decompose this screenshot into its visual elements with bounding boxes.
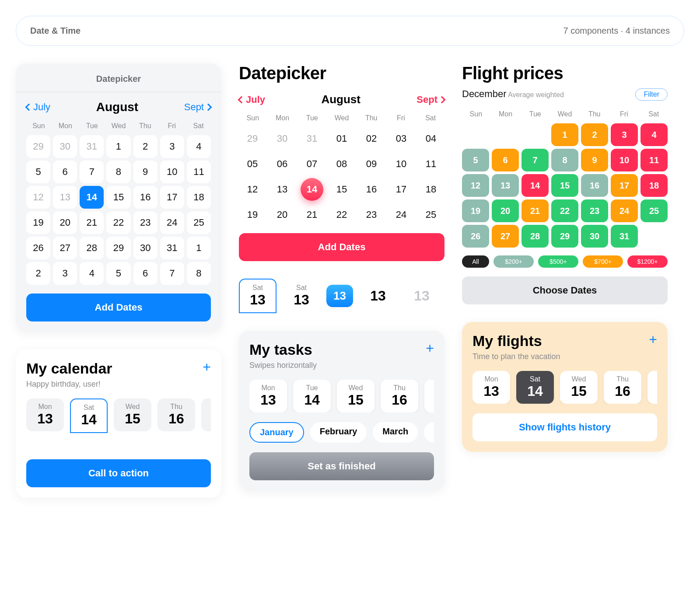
day-cell[interactable]: 02 — [358, 127, 385, 150]
month-selector[interactable]: JanuaryFebruaryMarchApril — [249, 422, 434, 443]
day-cell[interactable]: 01 — [328, 127, 355, 150]
add-dates-button[interactable]: Add Dates — [239, 233, 444, 261]
price-day-cell[interactable]: 25 — [640, 199, 668, 222]
call-to-action-button[interactable]: Call to action — [26, 459, 211, 487]
day-cell[interactable]: 20 — [53, 211, 77, 234]
day-cell[interactable]: 30 — [269, 127, 296, 150]
day-cell[interactable]: 24 — [160, 211, 184, 234]
price-day-cell[interactable]: 19 — [462, 199, 489, 222]
day-cell[interactable]: 23 — [133, 211, 158, 234]
date-chip[interactable]: Wed15 — [560, 371, 598, 404]
day-cell[interactable]: 31 — [160, 237, 184, 259]
day-cell[interactable]: 10 — [160, 161, 184, 183]
day-cell[interactable]: 14 — [301, 178, 323, 201]
price-day-cell[interactable]: 6 — [492, 149, 519, 171]
day-cell[interactable]: 03 — [388, 127, 415, 150]
date-chip[interactable]: Tue14 — [293, 380, 331, 412]
add-button[interactable]: + — [426, 341, 434, 355]
date-chip[interactable]: 13 — [326, 285, 353, 307]
date-chip[interactable]: Mon13 — [26, 398, 64, 431]
price-day-cell[interactable]: 3 — [611, 123, 638, 146]
day-cell[interactable]: 28 — [80, 237, 104, 259]
day-cell[interactable]: 4 — [80, 262, 104, 285]
add-button[interactable]: + — [203, 360, 211, 374]
price-day-cell[interactable]: 26 — [462, 225, 489, 248]
day-cell[interactable]: 9 — [133, 161, 158, 183]
month-pill[interactable]: April — [424, 422, 434, 443]
day-cell[interactable]: 2 — [133, 135, 158, 158]
legend-pill[interactable]: $200+ — [494, 255, 534, 268]
price-day-cell[interactable]: 2 — [581, 123, 608, 146]
month-pill[interactable]: February — [310, 422, 367, 443]
day-cell[interactable]: 12 — [239, 178, 266, 201]
day-cell[interactable]: 17 — [160, 186, 184, 209]
prev-month-button[interactable]: July — [26, 101, 50, 113]
day-cell[interactable]: 14 — [80, 186, 104, 209]
price-day-cell[interactable]: 1 — [551, 123, 578, 146]
date-chip[interactable]: 13 — [403, 283, 441, 308]
day-cell[interactable]: 07 — [298, 153, 326, 175]
day-cell[interactable]: 09 — [358, 153, 385, 175]
day-cell[interactable]: 13 — [53, 186, 77, 209]
day-cell[interactable]: 21 — [80, 211, 104, 234]
month-pill[interactable]: March — [373, 422, 418, 443]
day-cell[interactable]: 8 — [106, 161, 130, 183]
price-day-cell[interactable]: 29 — [551, 225, 578, 248]
day-cell[interactable]: 25 — [187, 211, 211, 234]
date-chip[interactable]: Thu16 — [604, 371, 641, 404]
date-chip[interactable]: Fri17 — [424, 380, 434, 412]
day-cell[interactable]: 18 — [417, 178, 444, 201]
day-cell[interactable]: 7 — [160, 262, 184, 285]
day-cell[interactable]: 23 — [358, 203, 385, 226]
day-cell[interactable]: 31 — [80, 135, 104, 158]
prev-month-button[interactable]: July — [239, 94, 265, 105]
day-cell[interactable]: 29 — [106, 237, 130, 259]
date-chip[interactable]: Fri17 — [648, 371, 657, 404]
day-cell[interactable]: 6 — [53, 161, 77, 183]
price-day-cell[interactable]: 9 — [581, 149, 608, 171]
price-day-cell[interactable]: 10 — [611, 149, 638, 171]
day-cell[interactable]: 05 — [239, 153, 266, 175]
price-day-cell[interactable]: 23 — [581, 199, 608, 222]
legend-pill[interactable]: $700+ — [583, 255, 623, 268]
day-cell[interactable]: 16 — [133, 186, 158, 209]
date-chip[interactable]: Sat13 — [283, 280, 320, 312]
price-day-cell[interactable]: 15 — [551, 174, 578, 197]
day-cell[interactable]: 18 — [187, 186, 211, 209]
price-day-cell[interactable]: 18 — [640, 174, 668, 197]
price-day-cell[interactable]: 30 — [581, 225, 608, 248]
date-strip[interactable]: Mon13Sat143 leftWed15Thu16Fri17 — [26, 398, 211, 433]
day-cell[interactable]: 7 — [80, 161, 104, 183]
date-chip[interactable]: Sat14 — [516, 371, 554, 404]
add-dates-button[interactable]: Add Dates — [26, 294, 211, 321]
day-cell[interactable]: 13 — [269, 178, 296, 201]
date-chip[interactable]: Wed15 — [114, 398, 151, 431]
legend-pill[interactable]: All — [462, 255, 489, 268]
day-cell[interactable]: 2 — [26, 262, 50, 285]
price-day-cell[interactable]: 13 — [492, 174, 519, 197]
price-day-cell[interactable]: 31 — [611, 225, 638, 248]
date-chip[interactable]: Mon13 — [472, 371, 510, 404]
day-cell[interactable]: 11 — [187, 161, 211, 183]
day-cell[interactable]: 19 — [239, 203, 266, 226]
month-pill[interactable]: January — [249, 422, 304, 443]
day-cell[interactable]: 29 — [239, 127, 266, 150]
date-chip[interactable]: Sat133 left — [239, 279, 276, 313]
day-cell[interactable]: 25 — [417, 203, 444, 226]
price-day-cell[interactable]: 27 — [492, 225, 519, 248]
price-day-cell[interactable]: 8 — [551, 149, 578, 171]
date-chip[interactable]: Thu16 — [381, 380, 418, 412]
day-cell[interactable]: 06 — [269, 153, 296, 175]
filter-button[interactable]: Filter — [635, 88, 668, 101]
date-chip[interactable]: 13 — [359, 283, 397, 308]
day-cell[interactable]: 21 — [298, 203, 326, 226]
day-cell[interactable]: 3 — [53, 262, 77, 285]
date-chip[interactable]: Wed15 — [337, 380, 374, 412]
day-cell[interactable]: 26 — [26, 237, 50, 259]
price-day-cell[interactable]: 22 — [551, 199, 578, 222]
day-cell[interactable]: 5 — [106, 262, 130, 285]
price-day-cell[interactable]: 20 — [492, 199, 519, 222]
day-cell[interactable]: 31 — [298, 127, 326, 150]
day-cell[interactable]: 4 — [187, 135, 211, 158]
day-cell[interactable]: 29 — [26, 135, 50, 158]
